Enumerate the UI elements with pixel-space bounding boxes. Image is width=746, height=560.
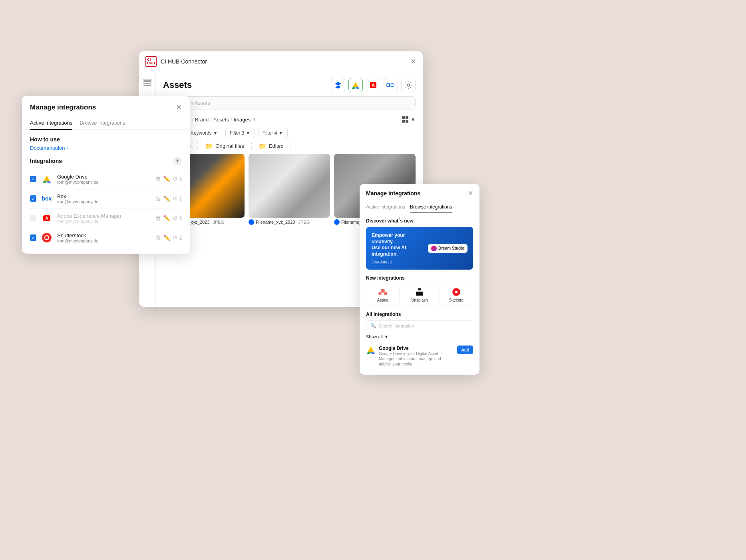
- browse-body: Discover what´s new Empower your creativ…: [360, 213, 479, 375]
- shutterstock-actions: 🗑 ✏️ ↺ ℹ: [155, 234, 182, 241]
- promo-badge: Dream Studio: [428, 244, 467, 253]
- checkbox-box[interactable]: [30, 195, 36, 202]
- browse-tabs: Active integrations Browse integrations: [360, 201, 479, 213]
- folder-icon: 📁: [205, 142, 213, 150]
- browse-panel-close[interactable]: ✕: [468, 189, 473, 197]
- google-drive-browse-info: Google Drive Google Drive is your Digita…: [379, 346, 454, 367]
- new-integrations-title: New integrations: [366, 275, 473, 281]
- adobe-logo-wrap: A: [40, 212, 53, 224]
- google-drive-logo: [40, 173, 53, 185]
- window-title: CI HUB Connector: [161, 58, 406, 65]
- show-all-btn[interactable]: Show all ▼: [366, 334, 473, 339]
- refresh-icon[interactable]: ↺: [173, 195, 177, 202]
- search-integration-bar[interactable]: 🔍 Search integration: [366, 320, 473, 331]
- checkbox-shutterstock[interactable]: [30, 234, 36, 241]
- svg-rect-2: [144, 84, 151, 85]
- google-drive-browse-name: Google Drive: [379, 346, 454, 351]
- integrations-label: Integrations: [30, 158, 62, 164]
- integration-box: box Box tom@mycompany.de 🗑 ✏️ ↺ ℹ: [30, 189, 182, 209]
- manage-body: How to use Documentation › Integrations …: [22, 130, 190, 254]
- shutterstock-name: Shutterstock: [57, 232, 151, 238]
- box-info: Box tom@mycompany.de: [57, 193, 151, 204]
- folder-original-menu[interactable]: ⋮: [248, 142, 255, 150]
- checkbox-google-drive[interactable]: [30, 176, 36, 182]
- filter-3[interactable]: Filter 3 ▼: [225, 128, 255, 138]
- delete-icon[interactable]: 🗑: [155, 195, 161, 202]
- refresh-icon[interactable]: ↺: [173, 234, 177, 241]
- svg-rect-14: [406, 120, 408, 123]
- browse-panel: Manage integrations ✕ Active integration…: [360, 184, 479, 375]
- info-icon[interactable]: ℹ: [180, 215, 182, 221]
- folder-edited-menu[interactable]: ⋮: [288, 142, 294, 150]
- manage-panel-close[interactable]: ✕: [176, 103, 182, 112]
- adobe-info: Adobe Experience Manager tom@mycompany.d…: [57, 213, 151, 224]
- manage-panel-title: Manage integrations: [30, 103, 96, 111]
- search-bar[interactable]: 🔍 Search Assets: [163, 96, 416, 109]
- checkbox-adobe[interactable]: [30, 215, 36, 221]
- delete-icon[interactable]: 🗑: [155, 215, 161, 221]
- info-icon[interactable]: ℹ: [180, 176, 182, 182]
- promo-learn-link[interactable]: Learn more: [372, 260, 428, 264]
- edit-icon[interactable]: ✏️: [163, 215, 170, 221]
- close-button[interactable]: ✕: [410, 58, 416, 65]
- svg-marker-23: [368, 346, 374, 352]
- delete-icon[interactable]: 🗑: [155, 176, 161, 182]
- google-drive-icon-btn[interactable]: [348, 78, 363, 92]
- add-google-drive-btn[interactable]: Add: [457, 346, 473, 354]
- tab-active-integrations[interactable]: Active integrations: [30, 117, 72, 130]
- svg-point-18: [42, 233, 52, 242]
- svg-marker-15: [44, 175, 50, 181]
- box-name: Box: [57, 193, 151, 199]
- image-thumb-2: [249, 154, 330, 218]
- edit-icon[interactable]: ✏️: [163, 234, 170, 241]
- browse-tab-browse[interactable]: Browse integrations: [410, 201, 452, 213]
- add-integration-btn[interactable]: +: [173, 157, 182, 165]
- all-integrations-title: All integrations: [366, 312, 473, 317]
- info-icon[interactable]: ℹ: [180, 195, 182, 202]
- view-toggle[interactable]: ▼: [402, 116, 416, 123]
- adobe-name: Adobe Experience Manager: [57, 213, 151, 219]
- new-int-unsplash[interactable]: Unsplash: [403, 284, 436, 306]
- breadcrumb: II / Dropbox / Brand / Assets / Images ▼: [156, 113, 423, 125]
- new-int-sitecore[interactable]: Sitecore: [440, 284, 473, 306]
- browse-tab-active[interactable]: Active integrations: [366, 201, 405, 213]
- filter-4[interactable]: Filter 4 ▼: [258, 128, 288, 138]
- integration-google-drive: Google Drive tom@mycompany.de 🗑 ✏️ ↺ ℹ: [30, 169, 182, 189]
- folder-edited[interactable]: 📁 Edited: [259, 142, 284, 150]
- google-drive-email: tom@mycompany.de: [57, 180, 151, 185]
- info-icon[interactable]: ℹ: [180, 234, 182, 241]
- folder-icon: 📁: [259, 142, 267, 150]
- box-icon-btn[interactable]: [384, 78, 398, 92]
- edit-icon[interactable]: ✏️: [163, 195, 170, 202]
- how-to-use-section: How to use Documentation ›: [30, 136, 182, 151]
- folder-original[interactable]: 📁 Original files: [205, 142, 244, 150]
- tab-browse-integrations[interactable]: Browse integrations: [80, 117, 125, 130]
- sidebar-layers-icon[interactable]: [142, 78, 153, 87]
- adobe-icon-btn[interactable]: A: [366, 78, 380, 92]
- refresh-icon[interactable]: ↺: [173, 176, 177, 182]
- google-drive-name: Google Drive: [57, 174, 151, 180]
- new-int-asana[interactable]: Asana: [366, 284, 400, 306]
- adobe-email: tom@mycompany.de: [57, 219, 151, 224]
- adobe-actions: 🗑 ✏️ ↺ ℹ: [155, 215, 182, 221]
- settings-icon-btn[interactable]: [401, 78, 416, 92]
- delete-icon[interactable]: 🗑: [155, 234, 161, 241]
- svg-marker-24: [366, 352, 371, 354]
- filter-keywords[interactable]: Keywords ▼: [186, 128, 222, 138]
- svg-point-19: [381, 289, 385, 293]
- folder-archive-menu[interactable]: ⋮: [195, 142, 201, 150]
- google-drive-info: Google Drive tom@mycompany.de: [57, 174, 151, 185]
- dropbox-icon-btn[interactable]: [331, 78, 345, 92]
- svg-rect-13: [402, 120, 405, 123]
- image-card-2[interactable]: Filename_xyz_2023 JPEG: [249, 154, 330, 307]
- documentation-link[interactable]: Documentation ›: [30, 145, 182, 151]
- svg-marker-16: [42, 181, 47, 183]
- refresh-icon[interactable]: ↺: [173, 215, 177, 221]
- manage-integrations-panel: Manage integrations ✕ Active integration…: [22, 96, 190, 254]
- integrations-section-header: Integrations +: [30, 157, 182, 165]
- svg-point-20: [378, 292, 382, 295]
- svg-marker-4: [335, 82, 341, 85]
- edit-icon[interactable]: ✏️: [163, 176, 170, 182]
- discover-title: Discover what´s new: [366, 218, 473, 224]
- svg-marker-5: [353, 82, 358, 87]
